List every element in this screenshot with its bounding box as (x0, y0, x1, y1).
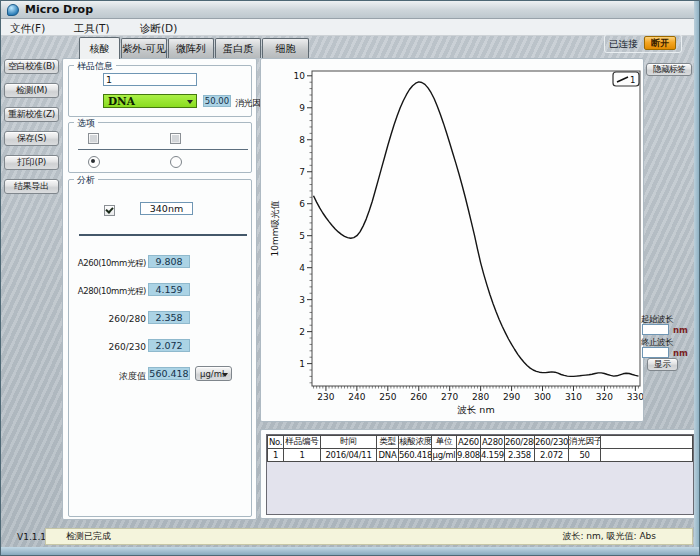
svg-text:10mm吸光值: 10mm吸光值 (270, 201, 280, 257)
menu-diagnostics[interactable]: 诊断(D) (135, 21, 182, 37)
svg-text:320: 320 (596, 392, 613, 402)
svg-text:240: 240 (348, 392, 365, 402)
print-button[interactable]: 打印(P) (4, 155, 59, 170)
end-wavelength-input[interactable] (642, 347, 669, 358)
svg-text:6: 6 (299, 199, 305, 209)
start-wavelength-input[interactable] (642, 324, 669, 335)
col-sample-id: 样品编号 (284, 436, 321, 449)
cell-sample-id: 1 (284, 449, 321, 462)
table-row[interactable]: 1 1 2016/04/11 DNA 560.418 μg/ml 9.808 4… (268, 449, 693, 462)
connection-status: 已连接 (609, 38, 638, 51)
chevron-down-icon (222, 373, 228, 377)
svg-text:3: 3 (299, 295, 305, 305)
svg-text:260: 260 (410, 392, 427, 402)
chart-panel: 2302402502602702802903003103203301234567… (260, 58, 644, 422)
status-message: 检测已完成 (46, 530, 111, 543)
save-button[interactable]: 保存(S) (4, 131, 59, 146)
col-concentration: 核酸浓度 (399, 436, 432, 449)
options-title: 选项 (74, 117, 98, 130)
svg-text:10: 10 (294, 71, 306, 81)
svg-text:330: 330 (627, 392, 643, 402)
wavelength-checkbox[interactable] (104, 205, 115, 216)
results-table-area: No. 样品编号 时间 类型 核酸浓度 单位 A260 A280 260/280… (266, 434, 694, 515)
measure-button[interactable]: 检测(M) (4, 83, 59, 98)
svg-text:9: 9 (299, 103, 305, 113)
svg-text:290: 290 (503, 392, 520, 402)
svg-text:7: 7 (299, 167, 305, 177)
svg-text:1: 1 (630, 75, 635, 85)
a260-value: 9.808 (148, 255, 190, 268)
hide-labels-button[interactable]: 隐藏标签 (646, 63, 692, 76)
col-no: No. (268, 436, 284, 449)
wavelength-input[interactable] (140, 202, 193, 215)
disconnect-button[interactable]: 断开 (644, 36, 676, 50)
svg-text:230: 230 (317, 392, 334, 402)
menu-tools[interactable]: 工具(T) (69, 21, 115, 37)
cell-a280: 4.159 (481, 449, 505, 462)
col-a260: A260 (457, 436, 481, 449)
col-260-230: 260/230 (535, 436, 569, 449)
extinction-factor-value: 50.00 (203, 95, 231, 107)
option-checkbox-1[interactable] (88, 133, 99, 144)
left-panel: 样品信息 DNA 50.00 消光因子 选项 分析 A260(10mm光程) (62, 58, 257, 520)
recalibrate-button[interactable]: 重新校准(Z) (4, 107, 59, 122)
col-time: 时间 (321, 436, 377, 449)
concentration-unit-value: μg/ml (200, 369, 224, 379)
start-wavelength-unit: nm (673, 325, 688, 335)
concentration-unit-dropdown[interactable]: μg/ml (195, 366, 232, 381)
col-filler (601, 436, 693, 449)
cell-a260: 9.808 (457, 449, 481, 462)
tab-nucleic-acid[interactable]: 核酸 (79, 37, 120, 59)
svg-text:1: 1 (299, 359, 305, 369)
tab-cell[interactable]: 细胞 (262, 38, 309, 58)
a280-value: 4.159 (148, 283, 190, 296)
svg-text:波长 nm: 波长 nm (457, 404, 494, 415)
analysis-group: 分析 A260(10mm光程) 9.808 A280(10mm光程) 4.159… (68, 179, 252, 517)
export-results-button[interactable]: 结果导出 (4, 179, 59, 194)
spectrum-chart: 2302402502602702802903003103203301234567… (261, 59, 643, 421)
ratio-260-280-value: 2.358 (148, 311, 190, 324)
concentration-value: 560.418 (148, 367, 190, 380)
options-group: 选项 (68, 122, 252, 173)
option-radio-2[interactable] (170, 156, 182, 168)
blank-calibration-button[interactable]: 空白校准(B) (4, 59, 59, 74)
sample-id-input[interactable] (103, 73, 197, 86)
sample-info-group: 样品信息 DNA 50.00 消光因子 (68, 65, 252, 117)
results-table: No. 样品编号 时间 类型 核酸浓度 单位 A260 A280 260/280… (267, 435, 693, 462)
menu-file[interactable]: 文件(F) (5, 21, 50, 37)
app-window: Micro Drop 文件(F) 工具(T) 诊断(D) 核酸 紫外-可见 微阵… (0, 0, 700, 556)
svg-text:300: 300 (534, 392, 551, 402)
col-a280: A280 (481, 436, 505, 449)
tab-uv-vis[interactable]: 紫外-可见 (121, 38, 167, 58)
svg-text:310: 310 (565, 392, 582, 402)
ratio-260-280-label: 260/280 (69, 314, 146, 324)
concentration-label: 浓度值 (69, 370, 146, 383)
results-panel: No. 样品编号 时间 类型 核酸浓度 单位 A260 A280 260/280… (260, 429, 698, 519)
cell-time: 2016/04/11 (321, 449, 377, 462)
app-icon (7, 4, 19, 16)
option-radio-1[interactable] (88, 156, 100, 168)
cell-unit: μg/ml (432, 449, 457, 462)
ratio-260-230-label: 260/230 (69, 342, 146, 352)
col-extinction: 消光因子 (569, 436, 601, 449)
window-edge-bottom (1, 547, 699, 555)
tab-microarray[interactable]: 微阵列 (168, 38, 214, 58)
option-checkbox-2[interactable] (170, 133, 181, 144)
svg-text:2: 2 (299, 327, 305, 337)
tab-protein[interactable]: 蛋白质 (215, 38, 261, 58)
col-unit: 单位 (432, 436, 457, 449)
svg-text:4: 4 (299, 263, 305, 273)
svg-text:8: 8 (299, 135, 305, 145)
status-bar: 检测已完成 波长: nm, 吸光值: Abs (45, 528, 693, 545)
cell-260-230: 2.072 (535, 449, 569, 462)
a280-label: A280(10mm光程) (69, 286, 146, 298)
svg-text:5: 5 (299, 231, 305, 241)
cell-type: DNA (377, 449, 399, 462)
chevron-down-icon (187, 100, 193, 104)
show-button[interactable]: 显示 (647, 358, 678, 371)
cell-no: 1 (268, 449, 284, 462)
sample-type-dropdown[interactable]: DNA (103, 94, 197, 108)
menu-bar: 文件(F) 工具(T) 诊断(D) (1, 19, 699, 36)
end-wavelength-unit: nm (673, 348, 688, 358)
cell-concentration: 560.418 (399, 449, 432, 462)
